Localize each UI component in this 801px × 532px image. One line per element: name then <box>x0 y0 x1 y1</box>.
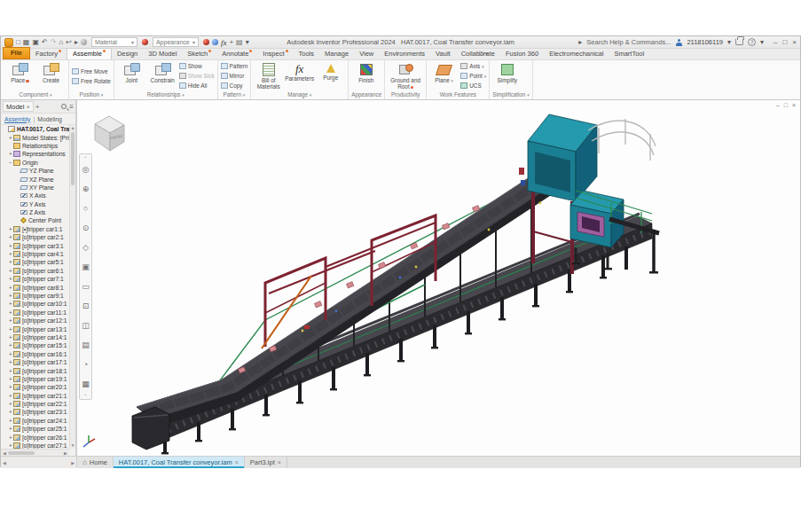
look-at-icon[interactable]: ◇ <box>80 238 91 257</box>
ribbon-tab[interactable]: File <box>3 47 30 59</box>
tree-item[interactable]: + [o]tripper car3:1 <box>1 241 69 249</box>
tree-item[interactable]: + [o]tripper car17:1 <box>1 358 69 366</box>
tree-item[interactable]: + [o]tripper car2:1 <box>1 233 69 241</box>
tree-item[interactable]: + Model States: [Primary] <box>1 133 69 141</box>
ribbon-tab[interactable]: Vault <box>430 49 456 59</box>
tree-item[interactable]: Y Axis <box>1 200 69 208</box>
group-label-manage[interactable]: Manage ▾ <box>254 90 345 99</box>
clear-appearance-icon[interactable] <box>212 39 218 45</box>
tree-item[interactable]: + [o]tripper car8:1 <box>1 283 69 291</box>
ribbon-tab[interactable]: Manage <box>319 49 354 59</box>
close-icon[interactable]: × <box>26 103 29 111</box>
joint-button[interactable]: Joint <box>117 61 146 90</box>
point-button[interactable]: Point ▾ <box>460 72 486 81</box>
tree-item[interactable]: + [o]tripper car22:1 <box>1 400 69 408</box>
ribbon-display-options-icon[interactable]: ⊡ ▾ <box>478 51 488 59</box>
tree-item[interactable]: + [o]tripper car26:1 <box>1 433 69 441</box>
tree-item[interactable]: + [o]tripper car25:1 <box>1 425 69 433</box>
tree-item[interactable]: + [o]tripper car13:1 <box>1 325 69 332</box>
ribbon-tab[interactable]: SmartTool <box>609 49 649 59</box>
visual-style-icon[interactable]: ◔ <box>80 355 91 374</box>
search-expand-icon[interactable]: ▸ <box>578 38 582 47</box>
tree-item[interactable]: + [o]tripper car21:1 <box>1 392 69 400</box>
adjust-icon[interactable] <box>203 39 209 45</box>
tree-item[interactable]: + [o]tripper car5:1 <box>1 258 69 266</box>
ribbon-tab[interactable]: Sketch <box>182 49 216 59</box>
close-tab-icon[interactable]: × <box>278 459 281 466</box>
home-tab[interactable]: ⌂ Home <box>77 457 114 468</box>
free-rotate-button[interactable]: Free Rotate <box>72 76 111 85</box>
tree-item[interactable]: YZ Plane <box>1 167 69 175</box>
return-icon[interactable]: ↩ <box>66 38 72 47</box>
ribbon-tab[interactable]: Assemble <box>67 48 112 59</box>
menu-icon[interactable]: ≡ <box>69 103 74 111</box>
zoom-selected-icon[interactable]: ⊡ <box>80 296 91 316</box>
tree-item[interactable]: + [•]tripper car1:1 <box>1 225 69 233</box>
ribbon-tab[interactable]: 3D Model <box>143 49 182 59</box>
tree-item[interactable]: + [o]tripper car27:1 <box>1 442 69 449</box>
scroll-right-icon[interactable]: ▶ <box>71 460 75 466</box>
shadows-icon[interactable]: ▦ <box>80 374 91 394</box>
tree-item[interactable]: + [o]tripper car14:1 <box>1 333 69 341</box>
tree-item[interactable]: + [o]tripper car9:1 <box>1 292 69 300</box>
viewport-minimize-button[interactable]: – <box>776 102 780 108</box>
tree-item[interactable]: + [o]tripper car7:1 <box>1 275 69 283</box>
group-label-productivity[interactable]: Productivity <box>388 90 423 99</box>
mirror-button[interactable]: Mirror <box>221 72 248 81</box>
group-label-pattern[interactable]: Pattern ▾ <box>221 90 248 99</box>
parameters-fx-icon[interactable]: fx <box>221 38 227 47</box>
add-panel-icon[interactable]: + <box>35 103 40 111</box>
scrollbar-thumb[interactable] <box>71 132 75 185</box>
bill-of-materials-button[interactable]: Bill of Materials <box>254 61 283 90</box>
ribbon-tab[interactable]: Annotate <box>216 49 257 59</box>
tree-item[interactable]: + [o]tripper car23:1 <box>1 408 69 416</box>
view-face-icon[interactable]: ▣ <box>80 257 91 277</box>
account-chevron-icon[interactable]: ▾ <box>727 38 731 47</box>
search-help-input[interactable]: Search Help & Commands... <box>586 38 671 46</box>
viewport-close-button[interactable]: × <box>792 102 796 108</box>
scrollbar-thumb[interactable] <box>8 451 35 455</box>
home-icon[interactable]: ⌂ <box>59 38 63 47</box>
finish-button[interactable]: Finish <box>351 61 381 90</box>
graphics-viewport[interactable]: –□× FRONT • ◎⊕○⊙◇▣▭⊡◫▤◔▦ • <box>77 100 800 456</box>
tree-item[interactable]: + [o]tripper car15:1 <box>1 341 69 349</box>
tree-item[interactable]: + [o]tripper car12:1 <box>1 317 69 325</box>
tree-item[interactable]: + [o]tripper car18:1 <box>1 366 69 374</box>
ribbon-tab[interactable]: Factory <box>30 49 67 59</box>
appearance-dropdown[interactable]: Appearance▾ <box>153 37 199 47</box>
navigation-wheel-icon[interactable]: ◎ <box>80 160 91 179</box>
account-id[interactable]: 2118106119 <box>687 38 723 46</box>
free-move-button[interactable]: Free Move <box>72 66 111 75</box>
slice-graphics-icon[interactable]: ▤ <box>80 335 91 355</box>
place-button[interactable]: Place <box>5 61 35 90</box>
tree-item[interactable]: Center Point <box>1 216 69 224</box>
modeling-link[interactable]: Modeling <box>37 116 62 122</box>
minimize-button[interactable]: – <box>774 38 777 46</box>
help-chevron-icon[interactable]: ▾ <box>760 38 764 47</box>
ribbon-tab[interactable]: Inspect <box>257 49 293 59</box>
tree-item[interactable]: + [o]tripper car6:1 <box>1 267 69 275</box>
tree-item[interactable]: + [o]tripper car20:1 <box>1 383 69 391</box>
ground-and-root-button[interactable]: Ground and Root <box>388 61 423 90</box>
group-label-relationships[interactable]: Relationships ▾ <box>117 90 215 99</box>
viewport-restore-button[interactable]: □ <box>784 102 788 108</box>
tree-item[interactable]: + [o]tripper car4:1 <box>1 250 69 258</box>
open-icon[interactable]: ▦ <box>23 38 30 47</box>
tree-item[interactable]: XZ Plane <box>1 175 69 183</box>
tree-item[interactable]: + [o]tripper car11:1 <box>1 309 69 317</box>
customize-qat-icon[interactable]: ▾ <box>246 38 249 47</box>
browser-vertical-scrollbar[interactable]: ▲ ▼ <box>69 125 75 449</box>
ucs-button[interactable]: UCS <box>460 82 486 90</box>
group-label-component[interactable]: Component ▾ <box>5 90 66 99</box>
tree-item[interactable]: + [o]tripper car19:1 <box>1 375 69 383</box>
tree-item[interactable]: + Representations <box>1 150 69 158</box>
axis-button[interactable]: Axis ▾ <box>460 62 486 71</box>
select-icon[interactable]: ▸ <box>75 38 78 47</box>
copy-button[interactable]: Copy <box>221 82 248 90</box>
scroll-left-icon[interactable]: ◀ <box>1 450 8 456</box>
tree-item[interactable]: HAT.0017, Coal Transfe <box>1 125 69 133</box>
undo-icon[interactable]: ↶ <box>42 38 48 47</box>
show-sick-button[interactable]: Show Sick <box>179 72 215 81</box>
section-view-icon[interactable]: ◫ <box>80 316 91 335</box>
hide-all-button[interactable]: Hide All <box>179 82 215 90</box>
